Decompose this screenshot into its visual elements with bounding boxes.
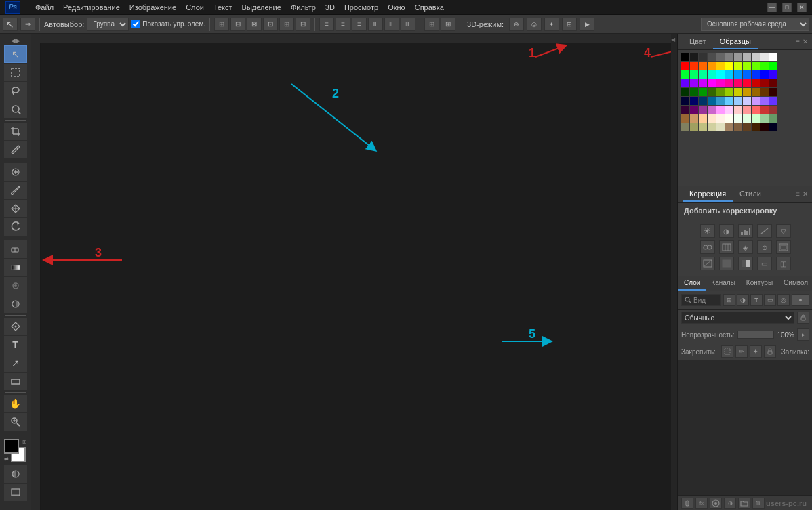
dist-top-icon[interactable]: ≡ [319, 18, 334, 31]
swatch-7-3[interactable] [708, 114, 716, 123]
swatch-7-1[interactable] [690, 114, 698, 123]
swatch-3-7[interactable] [743, 79, 751, 87]
swatch-6-10[interactable] [769, 106, 777, 114]
swatch-4-10[interactable] [769, 88, 777, 96]
photo-filter-icon[interactable]: ⊙ [757, 240, 772, 254]
swatch-7-2[interactable] [699, 114, 707, 123]
swatch-5-4[interactable] [716, 97, 725, 105]
swatch-0-5[interactable] [725, 53, 733, 61]
crop-tool-btn[interactable] [4, 123, 27, 140]
layer-filter-pixel[interactable]: ⊞ [723, 294, 735, 306]
align-bottom-icon[interactable]: ⊟ [296, 18, 310, 31]
swatch-7-4[interactable] [716, 114, 725, 123]
swatch-4-1[interactable] [690, 88, 698, 96]
swatch-8-5[interactable] [725, 123, 733, 131]
pen-btn[interactable] [4, 318, 27, 335]
layers-canvas[interactable] [678, 360, 812, 495]
extra-icon2[interactable]: ⊞ [441, 18, 455, 31]
swatch-3-4[interactable] [716, 79, 725, 87]
move-tool-option-icon2[interactable]: ⇒ [20, 18, 35, 31]
align-top-icon[interactable]: ⊡ [263, 18, 278, 31]
swatch-4-5[interactable] [725, 88, 733, 96]
show-controls-checkbox[interactable]: Показать упр. элем. [131, 20, 205, 28]
dist-bottom-icon[interactable]: ≡ [352, 18, 367, 31]
text-btn[interactable]: T [4, 336, 27, 354]
brightness-icon[interactable]: ☀ [700, 224, 715, 238]
canvas-area[interactable]: 1 2 3 4 5 [41, 43, 671, 510]
lock-position-btn[interactable]: ✦ [750, 345, 762, 358]
swatch-8-10[interactable] [769, 123, 777, 131]
swatch-7-5[interactable] [725, 114, 733, 123]
panel-close-icon[interactable]: ✕ [803, 38, 808, 45]
swatch-8-6[interactable] [734, 123, 742, 131]
layer-adj-icon[interactable]: ◑ [724, 498, 736, 509]
menu-item-[interactable]: Окно [384, 2, 409, 13]
swatch-3-0[interactable] [681, 79, 689, 87]
hand-btn[interactable]: ✋ [4, 395, 27, 412]
lock-image-btn[interactable]: ✏ [735, 345, 748, 358]
invert-icon[interactable] [700, 257, 715, 270]
swatch-3-1[interactable] [690, 79, 698, 87]
swatch-5-10[interactable] [769, 97, 777, 105]
color-panel-controls[interactable]: ≡ ✕ [796, 38, 808, 45]
swatch-2-1[interactable] [690, 70, 698, 79]
zoom-btn[interactable] [4, 413, 27, 431]
tab-color[interactable]: Цвет [683, 35, 713, 49]
move-tool-option-icon[interactable]: ↖ [3, 18, 18, 31]
healing-btn[interactable] [4, 163, 27, 181]
swatch-1-10[interactable] [769, 62, 777, 70]
swatch-4-2[interactable] [699, 88, 707, 96]
swatch-1-6[interactable] [734, 62, 742, 70]
contrast-icon[interactable]: ◑ [719, 224, 734, 238]
tab-symbol[interactable]: Символ [778, 276, 812, 291]
tab-paths[interactable]: Контуры [741, 276, 778, 291]
swatch-3-8[interactable] [752, 79, 760, 87]
swatch-2-8[interactable] [752, 70, 760, 79]
path-select-btn[interactable]: ↗ [4, 354, 27, 372]
swatch-0-8[interactable] [752, 53, 760, 61]
swatch-2-9[interactable] [760, 70, 769, 79]
quick-mask-btn[interactable] [4, 465, 27, 483]
swatch-0-7[interactable] [743, 53, 751, 61]
swatch-8-2[interactable] [699, 123, 707, 131]
swatch-4-8[interactable] [752, 88, 760, 96]
mode-3d-icon3[interactable]: ✦ [544, 18, 559, 31]
move-tool-btn[interactable]: ↖ [4, 45, 27, 63]
toolbar-collapse-top[interactable]: ◀▶ [4, 37, 27, 45]
gradient-btn[interactable] [4, 259, 27, 276]
swatch-2-3[interactable] [708, 70, 716, 79]
corr-panel-menu-icon[interactable]: ≡ [796, 190, 800, 198]
posterize-icon[interactable] [719, 257, 734, 270]
swatch-8-1[interactable] [690, 123, 698, 131]
hsl-icon[interactable] [719, 240, 734, 254]
swatch-8-3[interactable] [708, 123, 716, 131]
shape-btn[interactable] [4, 373, 27, 390]
maximize-button[interactable]: □ [782, 3, 792, 12]
swatch-6-7[interactable] [743, 106, 751, 114]
swatch-7-8[interactable] [752, 114, 760, 123]
swatch-2-2[interactable] [699, 70, 707, 79]
dist-vert-icon[interactable]: ≡ [336, 18, 350, 31]
swatch-4-9[interactable] [760, 88, 769, 96]
lock-transparent-icon[interactable] [797, 312, 809, 324]
dist-right-icon[interactable]: ⊪ [401, 18, 415, 31]
swatch-8-0[interactable] [681, 123, 689, 131]
align-center-h-icon[interactable]: ⊟ [230, 18, 245, 31]
swatch-2-0[interactable] [681, 70, 689, 79]
right-panel-collapse[interactable]: ◀ [671, 34, 678, 510]
exposure-icon[interactable]: ▽ [776, 224, 791, 238]
brush-btn[interactable] [4, 182, 27, 199]
align-center-v-icon[interactable]: ⊞ [279, 18, 294, 31]
menu-item-[interactable]: Выделение [238, 2, 285, 13]
swatch-5-0[interactable] [681, 97, 689, 105]
tab-layers[interactable]: Слои [678, 276, 706, 291]
color-swatches[interactable]: ⇄ ⊞ [4, 439, 27, 462]
swatch-1-5[interactable] [725, 62, 733, 70]
mode-3d-icon5[interactable]: ▶ [580, 18, 594, 31]
eyedropper-btn[interactable] [4, 141, 27, 158]
layer-link-icon[interactable] [681, 498, 693, 509]
swatch-7-9[interactable] [760, 114, 769, 123]
dodge-btn[interactable] [4, 295, 27, 313]
swatch-6-9[interactable] [760, 106, 769, 114]
swatch-6-6[interactable] [734, 106, 742, 114]
